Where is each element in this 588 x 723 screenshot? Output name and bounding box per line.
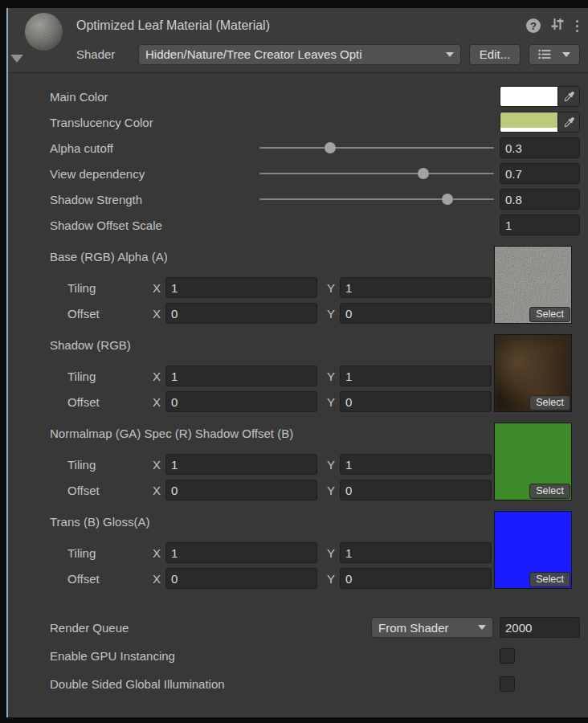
tiling-label: Tiling — [67, 370, 153, 383]
trans-select-button[interactable]: Select — [529, 572, 570, 587]
shader-label: Shader — [76, 47, 138, 61]
x-label: X — [153, 395, 165, 409]
main-color-label: Main Color — [50, 90, 500, 104]
slider-thumb[interactable] — [442, 194, 453, 205]
offset-row: Offset X Y — [50, 391, 492, 412]
normalmap-tiling-y-field[interactable] — [340, 454, 492, 475]
main-color-row: Main Color — [50, 86, 580, 107]
gpu-instancing-label: Enable GPU Instancing — [50, 649, 500, 663]
trans-tiling-y-field[interactable] — [340, 542, 492, 563]
gpu-instancing-checkbox[interactable] — [500, 648, 515, 664]
y-label: Y — [327, 484, 340, 497]
normalmap-offset-y-field[interactable] — [340, 480, 492, 500]
shadow-tiling-x-field[interactable] — [165, 366, 317, 386]
x-label: X — [153, 307, 165, 321]
trans-offset-y-field[interactable] — [340, 568, 492, 589]
alpha-cutoff-field[interactable] — [500, 137, 580, 158]
shadow-tiling-y-field[interactable] — [340, 366, 492, 386]
offset-label: Offset — [67, 572, 153, 586]
base-select-button[interactable]: Select — [529, 307, 570, 322]
chevron-down-icon — [562, 52, 570, 57]
eyedropper-icon[interactable] — [558, 87, 579, 106]
translucency-color-row: Translucency Color — [50, 112, 580, 133]
alpha-cutoff-row: Alpha cutoff — [50, 137, 580, 158]
trans-tiling-x-field[interactable] — [165, 542, 317, 563]
x-label: X — [153, 458, 165, 472]
main-color-swatch[interactable] — [500, 87, 558, 106]
base-offset-y-field[interactable] — [340, 303, 492, 324]
double-sided-gi-label: Double Sided Global Illumination — [50, 677, 500, 691]
slider-thumb[interactable] — [325, 142, 336, 153]
base-tiling-y-field[interactable] — [340, 277, 492, 298]
gpu-instancing-row: Enable GPU Instancing — [50, 645, 580, 666]
eyedropper-icon[interactable] — [558, 112, 579, 132]
translucency-color-swatch[interactable] — [500, 112, 558, 132]
shadow-offset-scale-field[interactable] — [500, 214, 580, 235]
x-label: X — [153, 370, 165, 383]
base-texture-section: Base (RGB) Alpha (A) Tiling X Y Offset X — [50, 246, 580, 324]
shadow-strength-label: Shadow Strength — [50, 193, 259, 206]
base-texture-label: Base (RGB) Alpha (A) — [50, 246, 492, 267]
trans-texture-section: Trans (B) Gloss(A) Tiling X Y Offset X — [50, 511, 580, 589]
y-label: Y — [327, 458, 340, 472]
y-label: Y — [327, 546, 340, 560]
x-label: X — [153, 281, 165, 295]
normalmap-tiling-x-field[interactable] — [165, 454, 317, 475]
material-title: Optimized Leaf Material (Material) — [76, 18, 526, 33]
trans-offset-x-field[interactable] — [165, 568, 317, 589]
more-menu-icon[interactable] — [574, 20, 580, 32]
foldout-arrow-icon[interactable] — [10, 55, 23, 63]
base-tiling-x-field[interactable] — [165, 277, 317, 298]
normalmap-texture-section: Normalmap (GA) Spec (R) Shadow Offset (B… — [50, 423, 580, 500]
shadow-texture-section: Shadow (RGB) Tiling X Y Offset X — [50, 334, 580, 412]
shadow-strength-row: Shadow Strength — [50, 189, 580, 210]
material-preview-sphere — [24, 12, 63, 51]
render-queue-dropdown-value: From Shader — [378, 621, 473, 635]
shader-menu-button[interactable] — [529, 44, 580, 65]
normalmap-offset-x-field[interactable] — [165, 480, 317, 500]
presets-icon[interactable] — [550, 18, 565, 34]
tiling-label: Tiling — [67, 546, 153, 560]
translucency-color-control — [500, 112, 580, 133]
alpha-cutoff-slider[interactable] — [259, 137, 494, 158]
tiling-row: Tiling X Y — [50, 454, 492, 475]
shadow-select-button[interactable]: Select — [529, 395, 570, 411]
tiling-row: Tiling X Y — [50, 366, 492, 386]
view-dependency-row: View dependency — [50, 163, 580, 184]
offset-label: Offset — [67, 395, 153, 409]
shader-edit-button[interactable]: Edit... — [469, 44, 521, 65]
base-texture-thumbnail[interactable]: Select — [494, 246, 572, 324]
slider-thumb[interactable] — [418, 168, 429, 179]
shadow-offset-x-field[interactable] — [165, 391, 317, 412]
render-queue-label: Render Queue — [50, 621, 371, 635]
tiling-row: Tiling X Y — [50, 542, 492, 563]
offset-row: Offset X Y — [50, 568, 492, 589]
shadow-strength-field[interactable] — [500, 189, 580, 210]
view-dependency-label: View dependency — [50, 167, 259, 181]
offset-label: Offset — [67, 307, 153, 321]
shadow-offset-y-field[interactable] — [340, 391, 492, 412]
chevron-down-icon — [446, 52, 454, 57]
unity-inspector-material-panel: Optimized Leaf Material (Material) ? — [0, 0, 588, 723]
render-queue-field[interactable] — [500, 617, 580, 638]
shadow-strength-slider[interactable] — [259, 189, 494, 210]
shadow-texture-label: Shadow (RGB) — [50, 334, 492, 355]
x-label: X — [153, 484, 165, 497]
render-queue-dropdown[interactable]: From Shader — [371, 617, 493, 638]
shadow-texture-thumbnail[interactable]: Select — [494, 334, 572, 412]
shader-dropdown-value: Hidden/Nature/Tree Creator Leaves Opti — [145, 47, 441, 61]
y-label: Y — [327, 370, 340, 383]
normalmap-select-button[interactable]: Select — [529, 484, 570, 499]
trans-texture-thumbnail[interactable]: Select — [494, 511, 572, 589]
y-label: Y — [327, 281, 340, 295]
view-dependency-field[interactable] — [500, 163, 580, 184]
base-offset-x-field[interactable] — [165, 303, 317, 324]
shadow-offset-scale-label: Shadow Offset Scale — [50, 219, 500, 232]
offset-label: Offset — [67, 484, 153, 497]
normalmap-texture-thumbnail[interactable]: Select — [494, 423, 572, 500]
trans-texture-label: Trans (B) Gloss(A) — [50, 511, 492, 532]
double-sided-gi-checkbox[interactable] — [500, 676, 515, 692]
shader-dropdown[interactable]: Hidden/Nature/Tree Creator Leaves Opti — [138, 44, 461, 65]
view-dependency-slider[interactable] — [259, 163, 494, 184]
help-icon[interactable]: ? — [526, 18, 541, 33]
